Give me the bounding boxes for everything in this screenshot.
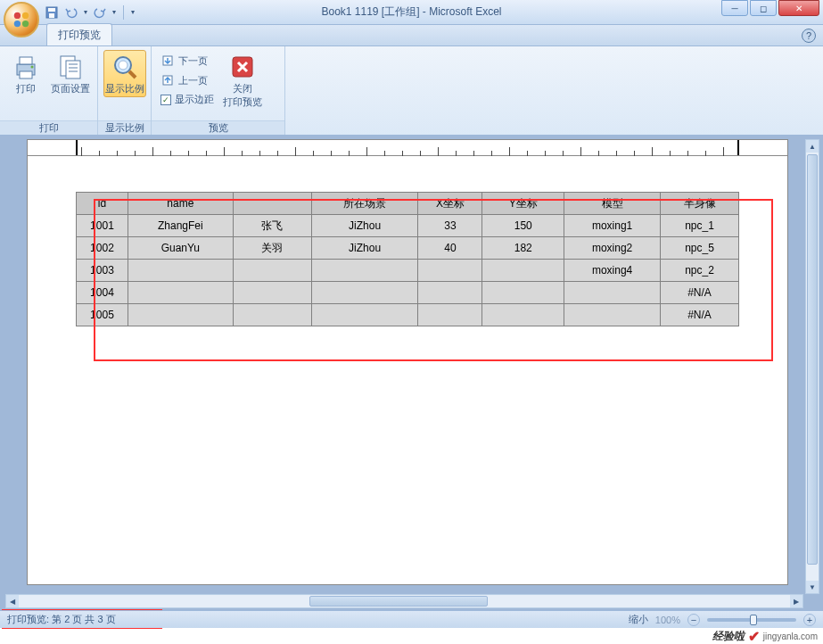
ruler-tick — [295, 147, 296, 156]
scroll-down-arrow[interactable]: ▼ — [806, 581, 819, 593]
group-print-label: 打印 — [0, 120, 97, 135]
ribbon-group-preview: 下一页 上一页 ✓ 显示边距 关闭 打印预览 预览 — [152, 46, 285, 135]
zoom-slider-knob[interactable] — [750, 615, 757, 625]
table-cell: 182 — [482, 237, 564, 260]
table-cell — [418, 282, 482, 304]
zoom-slider[interactable] — [707, 618, 796, 622]
table-row: 1002GuanYu关羽JiZhou40182moxing2npc_5 — [77, 237, 739, 260]
zoom-out-button[interactable]: − — [687, 614, 700, 626]
table-cell: 1004 — [77, 282, 128, 304]
th-model: 模型 — [564, 193, 661, 215]
table-cell: JiZhou — [311, 237, 418, 260]
scroll-v-thumb[interactable] — [807, 154, 818, 565]
show-margins-checkbox[interactable]: ✓ 显示边距 — [157, 91, 218, 108]
table-cell: 1005 — [77, 304, 128, 326]
scrollbar-vertical[interactable]: ▲ ▼ — [805, 139, 819, 594]
scroll-left-arrow[interactable]: ◀ — [6, 595, 19, 607]
table-cell: npc_1 — [661, 215, 739, 237]
table-cell: #N/A — [661, 282, 739, 304]
window-controls: ─ ◻ ✕ — [720, 0, 819, 16]
page-preview[interactable]: id name 所在场景 X坐标 Y坐标 模型 半身像 1001ZhangFei… — [27, 139, 788, 585]
svg-point-0 — [14, 12, 21, 19]
ruler-tick — [81, 147, 82, 156]
close-preview-button[interactable]: 关闭 打印预览 — [221, 50, 264, 111]
ruler-tick — [652, 147, 653, 156]
office-button[interactable] — [4, 2, 39, 37]
svg-rect-8 — [20, 57, 32, 64]
qat-redo-button[interactable] — [93, 5, 107, 20]
help-button[interactable]: ? — [802, 29, 816, 43]
ribbon-group-zoom: 显示比例 显示比例 — [98, 46, 152, 135]
margin-left-handle[interactable] — [76, 140, 78, 155]
svg-rect-12 — [66, 61, 80, 78]
close-button[interactable]: ✕ — [778, 0, 819, 16]
table-cell: #N/A — [661, 304, 739, 326]
qat-undo-dropdown[interactable]: ▾ — [84, 8, 87, 16]
next-page-button[interactable]: 下一页 — [157, 52, 218, 70]
table-cell — [311, 304, 418, 326]
th-cn — [233, 193, 311, 215]
ruler-tick — [509, 147, 510, 156]
svg-point-1 — [22, 12, 29, 19]
ruler-tick — [723, 147, 724, 156]
ribbon-group-print: 打印 页面设置 打印 — [0, 46, 98, 135]
table-cell: JiZhou — [311, 215, 418, 237]
zoom-mode-label: 缩小 — [629, 613, 648, 626]
qat-save-button[interactable] — [45, 5, 59, 20]
watermark-check-icon: ✔ — [748, 628, 760, 645]
ribbon-tabs: 打印预览 ? — [0, 25, 823, 46]
qat-undo-button[interactable] — [64, 5, 78, 20]
table-cell: 150 — [482, 215, 564, 237]
printer-icon — [12, 53, 40, 81]
table-cell — [311, 282, 418, 304]
zoom-button[interactable]: 显示比例 — [103, 50, 146, 97]
group-preview-label: 预览 — [152, 120, 284, 135]
page-setup-button[interactable]: 页面设置 — [49, 50, 92, 97]
qat-redo-dropdown[interactable]: ▾ — [112, 8, 116, 16]
scrollbar-horizontal[interactable]: ◀ ▶ — [5, 594, 803, 608]
scroll-right-arrow[interactable]: ▶ — [790, 595, 802, 607]
zoom-label: 显示比例 — [105, 83, 144, 95]
svg-point-3 — [22, 21, 29, 27]
qat-customize-dropdown[interactable]: ▾ — [131, 8, 135, 16]
ruler-horizontal — [28, 140, 787, 156]
th-name: name — [128, 193, 233, 215]
table-cell: 张飞 — [233, 215, 311, 237]
zoom-percent: 100% — [655, 615, 680, 625]
table-cell — [128, 282, 233, 304]
group-zoom-label: 显示比例 — [98, 120, 151, 135]
watermark-brand: 经验啦 — [712, 629, 745, 644]
print-button[interactable]: 打印 — [5, 50, 45, 97]
quick-access-toolbar: ▾ ▾ ▾ — [45, 5, 135, 20]
titlebar: ▾ ▾ ▾ Book1 1119 [工作组] - Microsoft Excel… — [0, 0, 823, 25]
status-page-info: 打印预览: 第 2 页 共 3 页 — [7, 613, 116, 626]
workspace: id name 所在场景 X坐标 Y坐标 模型 半身像 1001ZhangFei… — [0, 136, 823, 610]
margin-right-handle[interactable] — [737, 140, 739, 155]
maximize-button[interactable]: ◻ — [750, 0, 777, 16]
table-cell: ZhangFei — [128, 215, 233, 237]
redo-icon — [94, 6, 106, 19]
tab-print-preview[interactable]: 打印预览 — [46, 23, 112, 45]
svg-rect-5 — [48, 8, 55, 12]
svg-point-2 — [14, 21, 21, 27]
zoom-in-button[interactable]: + — [803, 614, 816, 626]
table-cell: GuanYu — [128, 237, 233, 260]
ribbon: 打印 页面设置 打印 显示比例 显示比例 下一页 — [0, 46, 823, 136]
svg-rect-6 — [49, 13, 54, 18]
office-logo-icon — [12, 10, 31, 29]
checkbox-checked-icon: ✓ — [160, 95, 171, 105]
svg-line-18 — [129, 71, 136, 78]
ruler-tick — [152, 147, 153, 156]
table-cell: npc_5 — [661, 237, 739, 260]
minimize-button[interactable]: ─ — [721, 0, 748, 16]
magnifier-icon — [111, 53, 139, 81]
scroll-h-thumb[interactable] — [309, 596, 488, 607]
prev-page-button[interactable]: 上一页 — [157, 71, 218, 89]
table-cell — [233, 260, 311, 282]
scroll-up-arrow[interactable]: ▲ — [806, 140, 819, 153]
page-setup-label: 页面设置 — [51, 83, 90, 95]
statusbar: 打印预览: 第 2 页 共 3 页 缩小 100% − + — [0, 610, 823, 628]
ruler-tick — [224, 147, 225, 156]
table-cell — [311, 260, 418, 282]
ruler-tick — [366, 147, 367, 156]
